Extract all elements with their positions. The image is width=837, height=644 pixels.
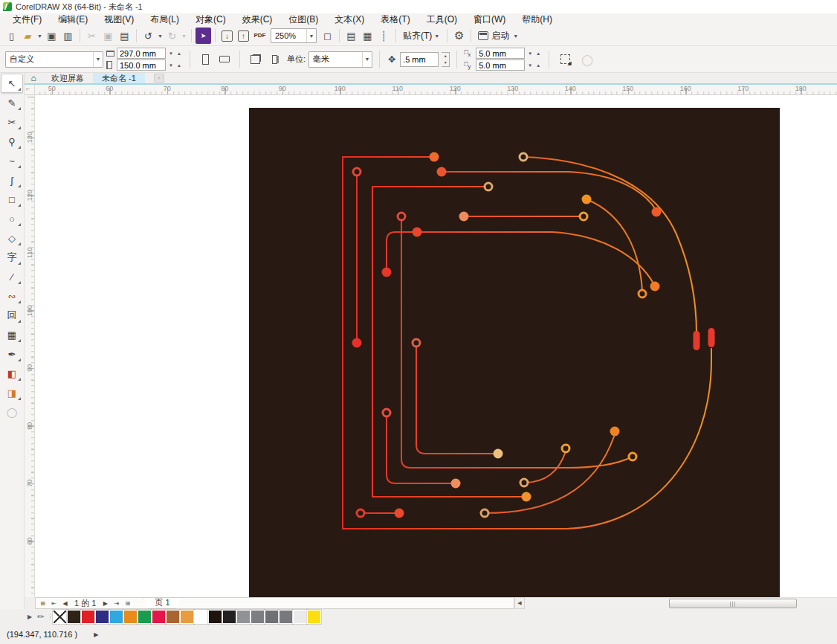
- snap-to-dropdown[interactable]: 贴齐(T) ▼: [400, 28, 443, 44]
- page-preset-combo[interactable]: 自定义 ▼: [5, 51, 103, 68]
- scrollbar-thumb[interactable]: [669, 599, 797, 608]
- copy-button[interactable]: ▣: [100, 28, 116, 44]
- drawing-page[interactable]: [35, 95, 837, 597]
- tool-smart-fill[interactable]: ◨: [1, 383, 23, 402]
- scroll-left-button[interactable]: ◀: [514, 597, 525, 609]
- duplicate-y-decrease[interactable]: ▼: [526, 59, 534, 71]
- first-page-button[interactable]: ⇤: [48, 599, 59, 608]
- swatch-cyan[interactable]: [109, 610, 123, 624]
- tool-connector[interactable]: ∾: [1, 286, 23, 306]
- duplicate-x-decrease[interactable]: ▼: [526, 48, 534, 59]
- tool-artistic-media[interactable]: ʃ: [1, 170, 23, 190]
- tool-dimension[interactable]: ∕: [1, 267, 23, 286]
- swatch-white[interactable]: [194, 610, 208, 624]
- open-dropdown[interactable]: ▼: [36, 28, 43, 44]
- swatch-gray-1[interactable]: [236, 610, 251, 624]
- open-button[interactable]: ▰: [20, 28, 36, 44]
- units-combo[interactable]: 毫米 ▼: [308, 51, 372, 68]
- menu-item[interactable]: 工具(O): [418, 13, 465, 26]
- swatch-light-gray[interactable]: [293, 610, 307, 624]
- tool-interactive-fill[interactable]: ◧: [1, 364, 23, 383]
- current-page-button[interactable]: [266, 51, 282, 68]
- page-width-decrease[interactable]: ▼: [167, 48, 175, 59]
- home-icon[interactable]: ⌂: [25, 73, 42, 83]
- undo-button[interactable]: ↺: [140, 28, 156, 44]
- tool-eyedropper[interactable]: ✒: [1, 344, 23, 364]
- page-1-tab[interactable]: 页 1: [143, 598, 181, 609]
- previous-page-button[interactable]: ◀: [59, 599, 71, 608]
- menu-item[interactable]: 文本(X): [326, 13, 372, 26]
- tool-rectangle[interactable]: □: [1, 190, 23, 209]
- new-document-button[interactable]: ▯: [4, 28, 19, 44]
- cut-button[interactable]: ✂: [84, 28, 100, 44]
- page-width-increase[interactable]: ▲: [175, 48, 183, 59]
- menu-item[interactable]: 编辑(E): [50, 13, 96, 26]
- tool-ellipse[interactable]: ○: [1, 209, 23, 228]
- corel-connect-button[interactable]: ➤: [195, 28, 211, 44]
- landscape-button[interactable]: [216, 51, 233, 68]
- palette-eyedropper-icon[interactable]: ✏: [37, 612, 44, 622]
- tool-outline[interactable]: ◯: [1, 402, 23, 422]
- zoom-level-combo[interactable]: 250% ▼: [271, 28, 317, 43]
- swatch-brown[interactable]: [166, 610, 180, 624]
- swatch-gray-3[interactable]: [265, 610, 279, 624]
- swatch-green[interactable]: [138, 610, 152, 624]
- tool-pick[interactable]: ↖: [1, 74, 23, 93]
- print-button[interactable]: ▥: [60, 28, 76, 44]
- all-pages-button[interactable]: [247, 51, 263, 68]
- vertical-ruler[interactable]: 13012011010090807060: [25, 95, 35, 597]
- tool-shape[interactable]: ✎: [1, 93, 23, 112]
- portrait-button[interactable]: [197, 51, 213, 68]
- palette-flyout-arrow-icon[interactable]: ▶: [28, 614, 32, 620]
- show-guidelines-button[interactable]: ┊: [376, 28, 392, 44]
- tool-polygon[interactable]: ◇: [1, 228, 23, 248]
- add-page-after-button[interactable]: ⊞: [122, 599, 133, 608]
- show-rulers-button[interactable]: ▤: [343, 28, 359, 44]
- tab-welcome-screen[interactable]: 欢迎屏幕: [42, 73, 93, 83]
- duplicate-y-increase[interactable]: ▲: [534, 59, 542, 71]
- redo-dropdown[interactable]: ▼: [181, 28, 187, 44]
- menu-item[interactable]: 帮助(H): [514, 13, 560, 26]
- swatch-light-orange[interactable]: [180, 610, 194, 624]
- swatch-black[interactable]: [222, 610, 236, 624]
- menu-item[interactable]: 对象(C): [187, 13, 234, 26]
- tool-contour[interactable]: 回: [1, 306, 23, 325]
- horizontal-ruler[interactable]: 5060708090100110120130140150160170180: [35, 85, 837, 95]
- swatch-gray-2[interactable]: [251, 610, 265, 624]
- menu-item[interactable]: 布局(L): [142, 13, 187, 26]
- menu-item[interactable]: 视图(V): [96, 13, 142, 26]
- duplicate-x-input[interactable]: [476, 48, 525, 59]
- paste-button[interactable]: ▤: [117, 28, 132, 44]
- new-document-tab-button[interactable]: ▫: [154, 74, 164, 83]
- tab-untitled-1[interactable]: 未命名 -1: [93, 73, 145, 83]
- page-width-input[interactable]: [117, 48, 166, 59]
- swatch-crimson[interactable]: [152, 610, 166, 624]
- swatch-red[interactable]: [81, 610, 95, 624]
- nudge-stepper[interactable]: ▲▼: [442, 52, 450, 67]
- undo-dropdown[interactable]: ▼: [157, 28, 164, 44]
- menu-item[interactable]: 文件(F): [4, 13, 50, 26]
- redo-button[interactable]: ↻: [164, 28, 180, 44]
- statusbar-flyout-arrow-icon[interactable]: ▶: [94, 631, 98, 638]
- publish-pdf-button[interactable]: PDF: [252, 28, 268, 44]
- next-page-button[interactable]: ▶: [100, 599, 111, 608]
- save-button[interactable]: ▣: [44, 28, 59, 44]
- fullscreen-preview-button[interactable]: ◻: [320, 28, 335, 44]
- treat-as-filled-button[interactable]: [556, 51, 574, 68]
- ruler-origin-button[interactable]: [25, 85, 35, 95]
- swatch-dark-brown[interactable]: [67, 610, 81, 624]
- menu-item[interactable]: 效果(C): [234, 13, 281, 26]
- swatch-navy[interactable]: [95, 610, 109, 624]
- scrollbar-track[interactable]: [525, 597, 837, 609]
- add-page-before-button[interactable]: ⊞: [37, 599, 48, 608]
- menu-item[interactable]: 位图(B): [280, 13, 326, 26]
- tool-zoom[interactable]: ⚲: [1, 132, 23, 151]
- tool-freehand[interactable]: ~: [1, 151, 23, 170]
- swatch-no-color[interactable]: [53, 610, 67, 624]
- page-height-increase[interactable]: ▲: [175, 59, 183, 71]
- page-height-decrease[interactable]: ▼: [167, 59, 175, 71]
- launch-dropdown[interactable]: 启动 ▼: [475, 28, 522, 44]
- tool-transparency[interactable]: ▦: [1, 325, 23, 344]
- page-height-input[interactable]: [117, 59, 166, 71]
- last-page-button[interactable]: ⇥: [111, 599, 122, 608]
